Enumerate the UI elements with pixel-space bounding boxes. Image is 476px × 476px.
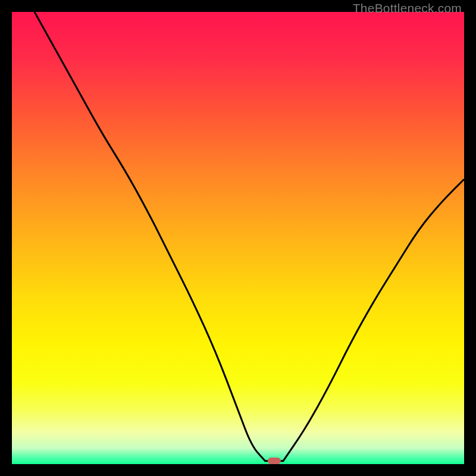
chart-frame: TheBottleneck.com (0, 0, 476, 476)
curve-layer (12, 12, 464, 464)
plot-area (12, 12, 464, 464)
watermark-text: TheBottleneck.com (353, 1, 462, 15)
optimal-marker (268, 458, 281, 464)
bottleneck-curve (35, 12, 464, 461)
